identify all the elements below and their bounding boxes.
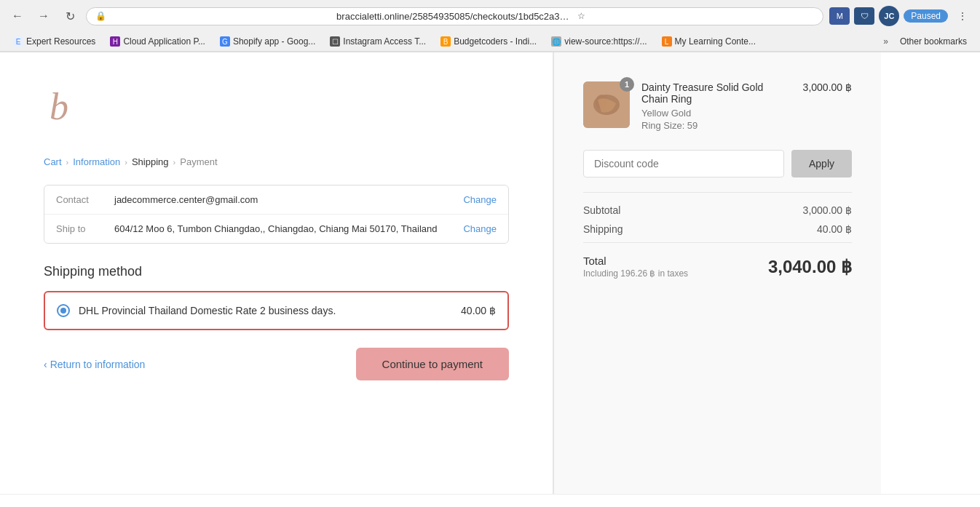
- menu-button[interactable]: ⋮: [952, 6, 973, 26]
- page-container: b Cart › Information › Shipping › Paymen…: [0, 52, 980, 494]
- breadcrumb-sep-3: ›: [173, 158, 176, 167]
- info-section: Contact jadecommerce.center@gmail.com Ch…: [44, 185, 509, 244]
- total-price: 3,040.00 ฿: [768, 257, 852, 277]
- breadcrumb-information[interactable]: Information: [73, 156, 120, 167]
- apply-discount-button[interactable]: Apply: [791, 150, 852, 177]
- buttons-row: ‹ Return to information Continue to paym…: [44, 348, 509, 380]
- subtotal-label: Subtotal: [583, 204, 620, 216]
- bookmark-label-expert: Expert Resources: [26, 36, 95, 47]
- svg-text:b: b: [50, 86, 68, 127]
- forward-button[interactable]: →: [33, 6, 54, 26]
- total-row: Total Including 196.26 ฿ in taxes 3,040.…: [583, 255, 852, 279]
- subtotal-row: Subtotal 3,000.00 ฿: [583, 204, 852, 216]
- shipping-option-name: DHL Provincial Thailand Domestic Rate 2 …: [79, 305, 461, 316]
- shipping-value: 40.00 ฿: [817, 223, 852, 235]
- browser-action-buttons: M 🛡 JC Paused ⋮: [829, 6, 973, 26]
- other-bookmarks[interactable]: Other bookmarks: [894, 35, 973, 48]
- shield-button[interactable]: 🛡: [854, 7, 874, 25]
- shipping-option-dhl[interactable]: DHL Provincial Thailand Domestic Rate 2 …: [44, 291, 509, 330]
- url-text: braccialetti.online/25854935085/checkout…: [336, 11, 573, 22]
- bookmark-label-budget: Budgetcoders - Indi...: [454, 36, 537, 47]
- bookmark-learning[interactable]: L My Learning Conte...: [656, 35, 762, 48]
- breadcrumb: Cart › Information › Shipping › Payment: [44, 156, 509, 167]
- discount-row: Apply: [583, 150, 852, 177]
- subtotal-value: 3,000.00 ฿: [803, 204, 852, 216]
- logo-container: b: [44, 81, 509, 135]
- tax-note: Including 196.26 ฿ in taxes: [583, 268, 688, 279]
- radio-button-dhl: [57, 304, 70, 317]
- shipping-options: DHL Provincial Thailand Domestic Rate 2 …: [44, 291, 509, 330]
- total-divider: [583, 242, 852, 243]
- product-variant-color: Yellow Gold: [641, 108, 791, 119]
- shipping-section-title: Shipping method: [44, 264, 509, 279]
- ship-to-change[interactable]: Change: [463, 223, 497, 234]
- product-price: 3,000.00 ฿: [803, 81, 852, 93]
- continue-to-payment-button[interactable]: Continue to payment: [356, 348, 509, 380]
- product-variant-size: Ring Size: 59: [641, 120, 791, 131]
- address-bar[interactable]: 🔒 braccialetti.online/25854935085/checko…: [86, 7, 823, 25]
- back-button[interactable]: ←: [7, 6, 28, 26]
- bookmark-label-instagram: Instagram Access T...: [343, 36, 426, 47]
- bookmark-label-viewsource: view-source:https://...: [564, 36, 647, 47]
- discount-code-input[interactable]: [583, 150, 784, 177]
- breadcrumb-payment: Payment: [180, 156, 217, 167]
- bookmark-shopify[interactable]: G Shopify app - Goog...: [214, 35, 321, 48]
- bookmark-icon-expert: E: [13, 36, 23, 47]
- right-panel: 1 Dainty Treasure Solid Gold Chain Ring …: [553, 52, 881, 494]
- bookmark-icon-instagram: ☐: [330, 36, 340, 47]
- brand-logo: b: [44, 81, 95, 132]
- ship-to-label: Ship to: [56, 223, 114, 234]
- ship-to-row: Ship to 604/12 Moo 6, Tumbon Chiangdao,,…: [44, 215, 508, 243]
- bookmark-label-shopify: Shopify app - Goog...: [233, 36, 315, 47]
- bookmark-instagram[interactable]: ☐ Instagram Access T...: [324, 35, 432, 48]
- product-image-wrapper: 1: [583, 81, 630, 128]
- profile-button[interactable]: JC: [879, 6, 899, 26]
- contact-label: Contact: [56, 194, 114, 205]
- paused-label: Paused: [911, 11, 941, 21]
- shipping-row: Shipping 40.00 ฿: [583, 223, 852, 235]
- total-label: Total: [583, 255, 688, 267]
- page-footer: All rights reserved Braccialet: [0, 494, 980, 507]
- bookmark-viewsource[interactable]: 🌐 view-source:https://...: [545, 35, 652, 48]
- shipping-label: Shipping: [583, 223, 623, 235]
- breadcrumb-shipping: Shipping: [132, 156, 169, 167]
- browser-chrome: ← → ↻ 🔒 braccialetti.online/25854935085/…: [0, 0, 980, 52]
- contact-change[interactable]: Change: [463, 194, 497, 205]
- contact-value: jadecommerce.center@gmail.com: [114, 194, 463, 205]
- bookmark-icon-learning: L: [662, 36, 672, 47]
- bookmark-label-cloud: Cloud Application P...: [123, 36, 205, 47]
- return-chevron-icon: ‹: [44, 359, 47, 370]
- bookmark-cloud[interactable]: H Cloud Application P...: [104, 35, 211, 48]
- bookmark-expert[interactable]: E Expert Resources: [7, 35, 101, 48]
- refresh-button[interactable]: ↻: [60, 6, 80, 26]
- left-panel: b Cart › Information › Shipping › Paymen…: [0, 52, 553, 494]
- return-to-information-link[interactable]: ‹ Return to information: [44, 359, 145, 370]
- breadcrumb-sep-1: ›: [66, 158, 69, 167]
- bookmarks-bar: E Expert Resources H Cloud Application P…: [0, 32, 980, 52]
- bookmark-icon-viewsource: 🌐: [551, 36, 561, 47]
- lock-icon: 🔒: [95, 11, 332, 21]
- product-card: 1 Dainty Treasure Solid Gold Chain Ring …: [583, 81, 852, 132]
- breadcrumb-cart[interactable]: Cart: [44, 156, 62, 167]
- extensions-button[interactable]: M: [829, 7, 850, 25]
- bookmark-icon-shopify: G: [220, 36, 230, 47]
- bookmarks-more[interactable]: »: [880, 35, 891, 48]
- bookmark-icon-cloud: H: [110, 36, 120, 47]
- browser-toolbar: ← → ↻ 🔒 braccialetti.online/25854935085/…: [0, 0, 980, 32]
- return-label: Return to information: [50, 359, 146, 370]
- breadcrumb-sep-2: ›: [125, 158, 127, 167]
- radio-inner-dhl: [60, 308, 66, 314]
- contact-row: Contact jadecommerce.center@gmail.com Ch…: [44, 185, 508, 215]
- product-name: Dainty Treasure Solid Gold Chain Ring: [641, 81, 791, 105]
- paused-button[interactable]: Paused: [904, 9, 948, 23]
- star-icon: ☆: [577, 11, 814, 21]
- product-info: Dainty Treasure Solid Gold Chain Ring Ye…: [641, 81, 791, 132]
- bookmark-budget[interactable]: B Budgetcoders - Indi...: [435, 35, 542, 48]
- product-quantity-badge: 1: [620, 77, 634, 92]
- ship-to-value: 604/12 Moo 6, Tumbon Chiangdao,, Chiangd…: [114, 223, 463, 234]
- summary-divider: [583, 192, 852, 193]
- shipping-option-price: 40.00 ฿: [461, 305, 496, 316]
- bookmark-label-learning: My Learning Conte...: [675, 36, 756, 47]
- bookmark-icon-budget: B: [440, 36, 451, 47]
